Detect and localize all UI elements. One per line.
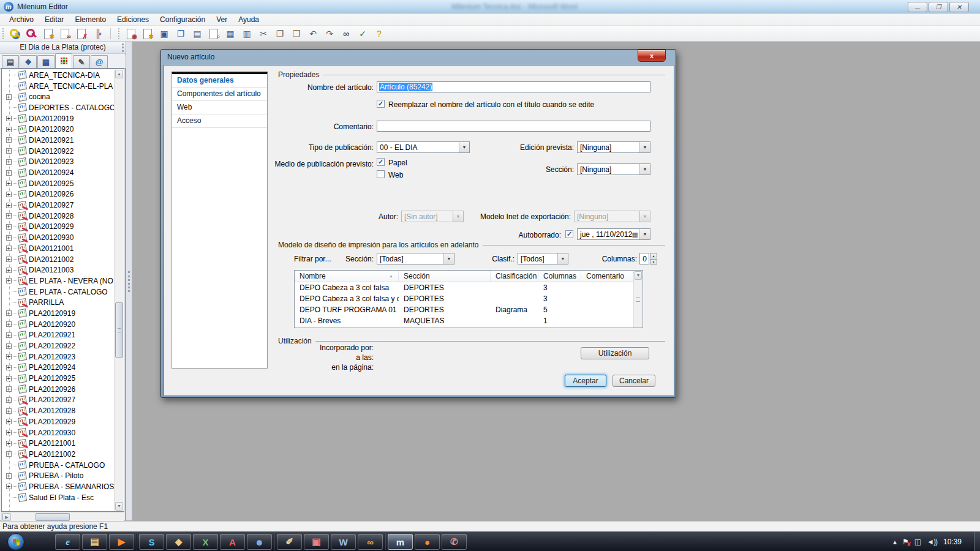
tree-expander[interactable] xyxy=(6,343,12,349)
toolbar-grip[interactable] xyxy=(118,28,122,39)
autoborrado-date-picker[interactable]: jue , 11/10/2012 xyxy=(577,228,650,240)
column-header-columnas[interactable]: Columnas xyxy=(538,271,581,282)
tree-expander[interactable] xyxy=(6,376,12,381)
tree-item[interactable]: DIA20121003 xyxy=(2,264,115,276)
tree-expander[interactable] xyxy=(6,224,12,230)
spin-down-icon[interactable]: ▼ xyxy=(650,259,657,264)
tray-expand-icon[interactable]: ▴ xyxy=(893,538,896,546)
dropdown-arrow-icon[interactable] xyxy=(639,164,650,174)
taskbar-security-icon[interactable]: ◆ xyxy=(166,534,191,550)
tree-item[interactable]: PRUEBA - CATALOGO xyxy=(2,460,115,471)
taskbar-contacts-icon[interactable]: ☻ xyxy=(247,534,272,550)
tree-expander[interactable] xyxy=(6,419,12,424)
tree-expander[interactable] xyxy=(6,192,12,197)
print-preview-icon[interactable]: ○ xyxy=(206,27,221,40)
tree-expander[interactable] xyxy=(6,310,12,316)
tree-item[interactable]: PLA20121001 xyxy=(2,438,115,449)
layout-list-icon[interactable]: ▥ xyxy=(239,27,254,40)
taskbar-media-player-icon[interactable]: ▶ xyxy=(109,534,134,550)
reemplazar-label[interactable]: Reemplazar el nombre del artículo con el… xyxy=(388,100,594,109)
element-tree-icon[interactable]: ╠ xyxy=(91,27,105,40)
tree-item[interactable]: AREA_TECNICA-EL-PLA xyxy=(2,81,115,92)
taskbar-separator[interactable] xyxy=(385,534,386,550)
copy-icon[interactable]: ❐ xyxy=(273,27,287,40)
clock[interactable]: 10:39 xyxy=(943,538,962,546)
save-all-icon[interactable]: ❐ xyxy=(173,27,188,40)
taskbar-msn-icon[interactable]: ∞ xyxy=(358,534,383,550)
column-header-seccion[interactable]: Sección xyxy=(399,271,491,282)
taskbar-imaging-icon[interactable]: ▣ xyxy=(304,534,329,550)
tree-expander[interactable] xyxy=(6,441,12,446)
filtro-seccion-select[interactable]: [Todas] xyxy=(377,253,454,264)
menu-item[interactable]: Ver xyxy=(212,14,232,25)
tree-expander[interactable] xyxy=(6,268,12,273)
tree-expander[interactable] xyxy=(6,332,12,338)
scroll-up-icon[interactable]: ▲ xyxy=(115,70,123,78)
tree-item[interactable]: DIA20120928 xyxy=(2,211,115,222)
tree-item[interactable]: PLA20120928 xyxy=(2,405,115,416)
new-document-icon[interactable]: ✱ xyxy=(140,27,155,40)
minimize-button[interactable] xyxy=(908,2,927,12)
tree-expander[interactable] xyxy=(6,148,12,154)
tree-item[interactable]: AREA_TECNICA-DIA xyxy=(2,70,115,81)
tree-item[interactable]: EL PLATA - NEVERA (NO xyxy=(2,276,115,287)
tree-item[interactable]: Salud El Plata - Esc xyxy=(2,492,115,503)
taskbar-phone-icon[interactable]: ✆ xyxy=(442,534,467,550)
dialog-nav-item[interactable]: Web xyxy=(172,101,267,114)
comentario-input[interactable] xyxy=(377,121,650,132)
cut-icon[interactable]: ✂ xyxy=(256,27,271,40)
scroll-down-icon[interactable]: ▼ xyxy=(635,271,642,280)
tree-expander[interactable] xyxy=(6,137,12,143)
columnas-input[interactable]: 0 xyxy=(639,253,649,264)
tree-expander[interactable] xyxy=(6,181,12,186)
tree-expander[interactable] xyxy=(6,321,12,327)
table-row[interactable]: DEPO Cabeza a 3 col falsa DEPORTES 3 xyxy=(295,282,643,293)
tray-network-icon[interactable]: ◫ xyxy=(914,538,921,546)
menu-item[interactable]: Archivo xyxy=(5,14,38,25)
taskbar-word-icon[interactable]: W xyxy=(331,534,356,550)
dropdown-arrow-icon[interactable] xyxy=(557,253,568,264)
tree-expander[interactable] xyxy=(6,451,12,457)
show-desktop-button[interactable] xyxy=(974,532,980,551)
tree-item[interactable]: PARRILLA xyxy=(2,297,115,308)
tree-expander[interactable] xyxy=(6,159,12,165)
help-icon[interactable]: ? xyxy=(372,27,386,40)
tree-item[interactable]: DIA20120922 xyxy=(2,146,115,157)
tree-item[interactable]: PLA20120919 xyxy=(2,308,115,319)
find-icon[interactable]: ∞ xyxy=(339,27,353,40)
spin-up-icon[interactable]: ▲ xyxy=(650,253,657,258)
tree-item[interactable]: PLA20120920 xyxy=(2,319,115,330)
table-vertical-scrollbar[interactable]: ▲ ▼ xyxy=(633,271,642,328)
tab-design-icon[interactable]: ✎ xyxy=(73,55,90,68)
web-checkbox[interactable] xyxy=(377,170,385,178)
table-row[interactable]: DIA - Breves MAQUETAS 1 xyxy=(295,315,643,326)
tree-item[interactable]: DIA20120919 xyxy=(2,113,115,124)
tree-expander[interactable] xyxy=(6,430,12,435)
filtro-clasif-select[interactable]: [Todos] xyxy=(518,253,568,264)
tab-articles-icon[interactable]: ▤ xyxy=(2,55,19,68)
tab-plans-icon[interactable]: ▦ xyxy=(37,55,55,68)
tree-item[interactable]: DIA20120927 xyxy=(2,200,115,211)
tree-expander[interactable] xyxy=(6,213,12,219)
tree-item[interactable]: DIA20120921 xyxy=(2,135,115,146)
dropdown-arrow-icon[interactable] xyxy=(639,229,650,239)
papel-checkbox[interactable]: ✓ xyxy=(377,158,385,166)
tree-item[interactable]: DIA20121001 xyxy=(2,243,115,254)
tree-item[interactable]: PLA20120925 xyxy=(2,373,115,384)
dropdown-arrow-icon[interactable] xyxy=(459,142,469,152)
scrollbar-thumb[interactable] xyxy=(115,302,123,358)
edicion-prevista-select[interactable]: [Ninguna] xyxy=(577,141,650,153)
view-element-icon[interactable]: ∞ xyxy=(58,27,72,40)
tree-expander[interactable] xyxy=(6,94,12,100)
seccion-select[interactable]: [Ninguna] xyxy=(577,163,650,175)
menu-item[interactable]: Elemento xyxy=(70,14,110,25)
menu-item[interactable]: Ayuda xyxy=(234,14,263,25)
tree-item[interactable]: DIA20120924 xyxy=(2,167,115,178)
undo-icon[interactable]: ↶ xyxy=(306,27,320,40)
taskbar-excel-icon[interactable]: X xyxy=(193,534,218,550)
taskbar-separator[interactable] xyxy=(136,534,137,550)
calendar-icon[interactable] xyxy=(632,230,639,239)
update-element-icon[interactable]: ◉ xyxy=(124,27,138,40)
table-row[interactable]: DEPO Cabeza a 3 col falsa y cu... DEPORT… xyxy=(295,293,643,304)
tree-item[interactable]: PLA20120930 xyxy=(2,427,115,438)
